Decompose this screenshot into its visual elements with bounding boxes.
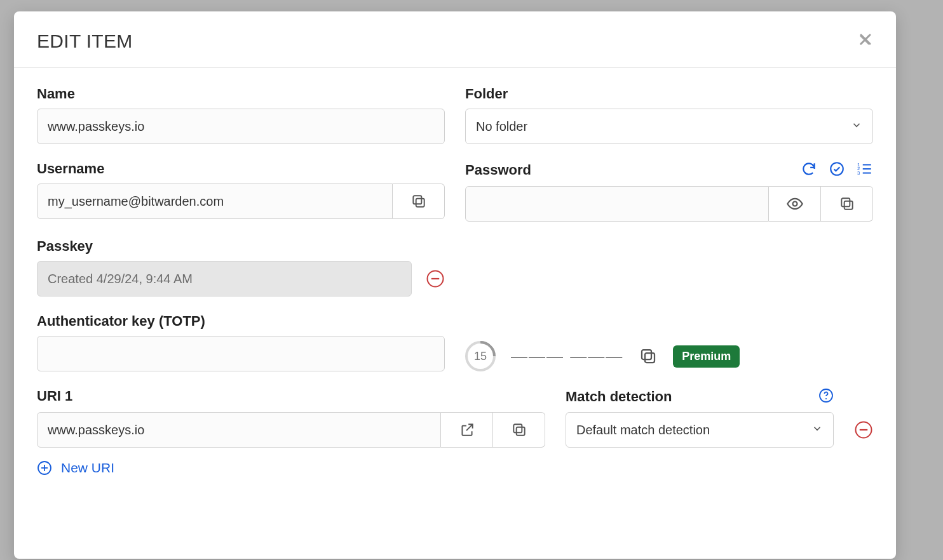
copy-password-button[interactable] [821,186,873,222]
copy-icon [410,193,427,210]
totp-timer: 15 [465,341,496,371]
svg-rect-16 [513,424,522,432]
svg-point-14 [825,398,827,399]
name-field: Name [37,86,445,144]
name-label: Name [37,86,445,102]
launch-uri-button[interactable] [441,412,493,448]
match-detection-help-button[interactable] [818,388,834,406]
copy-username-button[interactable] [393,183,445,219]
svg-rect-15 [516,427,524,436]
remove-uri-button[interactable] [854,420,873,439]
remove-passkey-button[interactable] [426,269,445,288]
svg-rect-12 [642,350,651,359]
uri-label: URI 1 [37,388,545,404]
username-field: Username [37,161,445,222]
copy-totp-button[interactable] [639,347,658,366]
close-icon [858,32,873,48]
totp-input[interactable] [37,336,445,371]
totp-code: ——— ——— [511,347,623,366]
generate-password-button[interactable] [801,161,817,180]
svg-rect-1 [413,196,421,204]
svg-rect-11 [645,353,655,363]
copy-icon [639,347,658,366]
totp-timer-value: 15 [474,350,487,363]
modal-title: EDIT ITEM [37,30,133,52]
copy-icon [839,196,855,212]
uri-input[interactable] [37,412,441,448]
uri-section: URI 1 Match detection Default match dete… [37,388,873,476]
folder-label: Folder [465,86,873,102]
copy-icon [511,422,527,438]
passkey-label: Passkey [37,238,873,255]
chevron-down-icon [851,119,862,134]
new-uri-label: New URI [61,460,114,476]
folder-selected-value: No folder [476,119,527,134]
svg-text:3: 3 [857,170,860,176]
copy-uri-button[interactable] [493,412,545,448]
password-history-button[interactable]: 123 [857,161,873,180]
totp-label: Authenticator key (TOTP) [37,313,445,330]
svg-point-6 [792,202,797,206]
totp-field: Authenticator key (TOTP) [37,313,445,371]
match-detection-select[interactable]: Default match detection [566,412,834,448]
help-circle-icon [818,388,834,403]
name-input[interactable] [37,109,445,144]
username-input[interactable] [37,183,393,219]
refresh-icon [801,161,817,177]
username-label: Username [37,161,445,177]
match-detection-value: Default match detection [576,423,710,437]
minus-circle-icon [854,420,873,439]
svg-rect-0 [416,199,424,207]
totp-display-field: 15 ——— ——— Premium [465,313,873,371]
new-uri-button[interactable]: New URI [37,460,873,476]
folder-select[interactable]: No folder [465,109,873,144]
folder-field: Folder No folder [465,86,873,144]
passkey-field: Passkey Created 4/29/24, 9:44 AM [37,238,873,297]
chevron-down-icon [811,423,823,437]
password-input[interactable] [465,186,769,222]
edit-item-modal: EDIT ITEM Name Folder No folder Username [14,11,896,559]
password-field: Password 123 [465,161,873,222]
modal-body: Name Folder No folder Username [14,68,896,488]
svg-rect-8 [841,198,850,206]
check-circle-icon [829,161,845,177]
eye-icon [786,195,804,213]
toggle-password-visibility-button[interactable] [769,186,821,222]
launch-icon [459,422,475,438]
svg-point-2 [831,163,843,175]
modal-header: EDIT ITEM [14,11,896,68]
check-password-button[interactable] [829,161,845,180]
password-label: Password [465,162,531,178]
passkey-created-text: Created 4/29/24, 9:44 AM [37,261,412,297]
svg-rect-7 [844,201,852,210]
premium-badge: Premium [673,345,740,368]
plus-circle-icon [37,460,52,476]
close-button[interactable] [858,32,873,50]
numbered-list-icon: 123 [857,161,873,177]
match-detection-label: Match detection [566,389,672,405]
minus-circle-icon [426,269,445,288]
